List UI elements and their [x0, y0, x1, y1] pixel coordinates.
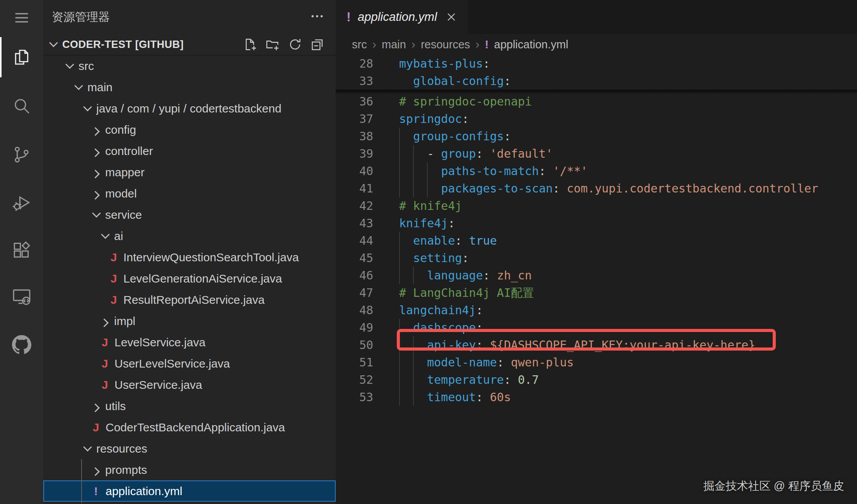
code-line-48[interactable]: 48langchain4j: [336, 301, 857, 319]
tree-item-levelservice.java[interactable]: JLevelService.java [43, 332, 336, 353]
new-folder-icon[interactable] [265, 37, 280, 52]
tree-item-main[interactable]: main [43, 77, 336, 98]
remote-explorer-icon[interactable] [11, 286, 32, 307]
line-number: 46 [336, 267, 373, 284]
new-file-icon[interactable] [243, 37, 258, 52]
tree-item-userservice.java[interactable]: JUserService.java [43, 374, 336, 395]
chevron-down-icon [82, 446, 92, 452]
tree-item-prompts[interactable]: prompts [43, 459, 336, 480]
chevron-right-icon [100, 318, 110, 324]
sticky-line-28[interactable]: 28mybatis-plus: [336, 55, 857, 72]
code-line-37[interactable]: 37springdoc: [336, 110, 857, 128]
code-line-45[interactable]: 45 setting: [336, 249, 857, 267]
code-line-39[interactable]: 39 - group: 'default' [336, 145, 857, 162]
tree-item-src[interactable]: src [43, 55, 336, 77]
code-line-53[interactable]: 53 timeout: 60s [336, 388, 857, 406]
line-number: 53 [336, 388, 373, 406]
source-control-icon[interactable] [11, 144, 32, 165]
tree-item-userlevelservice.java[interactable]: JUserLevelService.java [43, 353, 336, 374]
indent-guide [399, 354, 400, 371]
tree-item-controller[interactable]: controller [43, 140, 336, 162]
code-line-46[interactable]: 46 language: zh_cn [336, 267, 857, 284]
extensions-icon[interactable] [11, 239, 32, 261]
tree-item-service[interactable]: service [43, 204, 336, 225]
chevron-right-icon: › [476, 37, 480, 51]
refresh-icon[interactable] [288, 37, 302, 52]
code-text: # LangChain4j AI配置 [399, 284, 534, 301]
breadcrumb-item-main[interactable]: main [382, 38, 406, 51]
code-text: global-config: [399, 72, 511, 90]
search-icon[interactable] [11, 95, 32, 117]
code-editor[interactable]: 28mybatis-plus:33 global-config: 36# spr… [336, 55, 857, 504]
menu-icon[interactable] [11, 7, 32, 29]
tree-item-impl[interactable]: impl [43, 310, 336, 332]
explorer-icon[interactable] [11, 46, 32, 68]
code-line-40[interactable]: 40 paths-to-match: '/**' [336, 162, 857, 180]
code-line-47[interactable]: 47# LangChain4j AI配置 [336, 284, 857, 301]
line-number: 37 [336, 110, 373, 128]
breadcrumb-item-file[interactable]: application.yml [494, 38, 568, 51]
line-number: 41 [336, 180, 373, 197]
tree-item-java-com-yupi-codertestbackend[interactable]: java / com / yupi / codertestbackend [43, 98, 336, 119]
breadcrumb-item-resources[interactable]: resources [421, 38, 470, 51]
code-text: group-configs: [399, 128, 511, 145]
close-icon[interactable] [446, 11, 457, 23]
sticky-line-33[interactable]: 33 global-config: [336, 72, 857, 90]
code-line-41[interactable]: 41 packages-to-scan: com.yupi.codertestb… [336, 180, 857, 197]
tree-item-resources[interactable]: resources [43, 438, 336, 459]
java-file-icon: J [109, 293, 119, 306]
code-line-42[interactable]: 42# knife4j [336, 197, 857, 215]
more-actions-icon[interactable] [309, 8, 326, 25]
explorer-sidebar: 资源管理器 CODER-TEST [GITHUB] srcmainjava / … [43, 0, 336, 504]
github-icon[interactable] [11, 334, 32, 356]
code-text: setting: [399, 249, 469, 267]
indent-guide [399, 128, 400, 145]
code-text: # springdoc-openapi [399, 93, 532, 110]
tree-item-label: prompts [105, 463, 147, 477]
breadcrumb-item-src[interactable]: src [352, 38, 367, 51]
tree-item-interviewquestionsearchtool.java[interactable]: JInterviewQuestionSearchTool.java [43, 247, 336, 268]
code-line-38[interactable]: 38 group-configs: [336, 128, 857, 145]
tree-item-config[interactable]: config [43, 119, 336, 140]
chevron-right-icon [91, 169, 101, 175]
indent-guide [399, 145, 400, 162]
tree-item-levelgenerationaiservice.java[interactable]: JLevelGenerationAiService.java [43, 268, 336, 289]
code-line-43[interactable]: 43knife4j: [336, 215, 857, 232]
active-view-indicator [0, 37, 2, 77]
tree-item-model[interactable]: model [43, 183, 336, 204]
tree-item-application.yml[interactable]: !application.yml [43, 480, 336, 502]
code-text: packages-to-scan: com.yupi.codertestback… [399, 180, 818, 197]
tree-item-label: model [105, 187, 137, 200]
code-line-36[interactable]: 36# springdoc-openapi [336, 93, 857, 110]
tree-item-codertestbackendapplication.java[interactable]: JCoderTestBackendApplication.java [43, 417, 336, 438]
tree-item-ai[interactable]: ai [43, 225, 336, 247]
code-text: timeout: 60s [399, 388, 511, 406]
tree-item-utils[interactable]: utils [43, 395, 336, 417]
code-line-52[interactable]: 52 temperature: 0.7 [336, 371, 857, 388]
tree-item-label: config [105, 123, 136, 136]
tree-item-label: InterviewQuestionSearchTool.java [123, 251, 299, 264]
tab-application-yml[interactable]: ! application.yml [336, 0, 468, 34]
indent-guide [399, 388, 400, 406]
code-line-44[interactable]: 44 enable: true [336, 232, 857, 249]
yaml-file-icon: ! [485, 38, 489, 51]
code-line-51[interactable]: 51 model-name: qwen-plus [336, 354, 857, 371]
run-debug-icon[interactable] [11, 192, 32, 214]
chevron-down-icon [73, 84, 83, 90]
indent-guide [413, 162, 414, 180]
line-number: 47 [336, 284, 373, 301]
line-number: 48 [336, 301, 373, 319]
tab-bar: ! application.yml [336, 0, 857, 34]
collapse-all-icon[interactable] [310, 37, 325, 52]
tree-item-mapper[interactable]: mapper [43, 162, 336, 183]
line-number: 39 [336, 145, 373, 162]
code-text: langchain4j: [399, 301, 483, 319]
tree-item-resultreportaiservice.java[interactable]: JResultReportAiService.java [43, 289, 336, 310]
line-number: 33 [336, 72, 373, 90]
file-tree: srcmainjava / com / yupi / codertestback… [43, 55, 336, 502]
chevron-down-icon [48, 41, 58, 48]
indent-guide [413, 388, 414, 406]
tree-indent-guide [81, 459, 82, 503]
chevron-right-icon [91, 191, 101, 197]
project-section-header[interactable]: CODER-TEST [GITHUB] [43, 34, 336, 55]
